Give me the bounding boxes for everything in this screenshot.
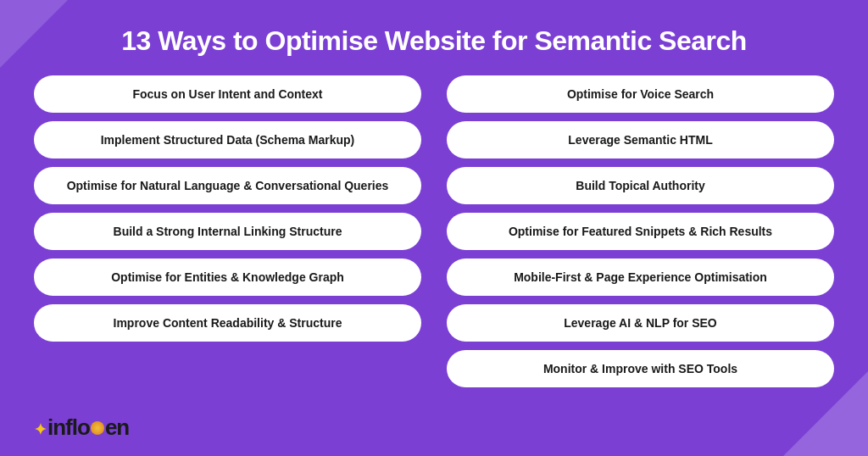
logo-circle bbox=[91, 421, 104, 435]
right-column: Optimise for Voice SearchLeverage Semant… bbox=[447, 75, 834, 387]
pill-left: Improve Content Readability & Structure bbox=[34, 304, 421, 342]
pill-right: Leverage AI & NLP for SEO bbox=[447, 304, 834, 342]
logo-star-icon: ✦ bbox=[34, 421, 46, 438]
pill-right: Build Topical Authority bbox=[447, 167, 834, 204]
pill-left: Implement Structured Data (Schema Markup… bbox=[34, 121, 421, 158]
left-column: Focus on User Intent and ContextImplemen… bbox=[34, 75, 421, 387]
content-grid: Focus on User Intent and ContextImplemen… bbox=[34, 75, 834, 387]
pill-left: Focus on User Intent and Context bbox=[34, 75, 421, 113]
pill-right: Mobile-First & Page Experience Optimisat… bbox=[447, 259, 834, 296]
page-title: 13 Ways to Optimise Website for Semantic… bbox=[34, 25, 834, 57]
pill-right: Optimise for Voice Search bbox=[447, 75, 834, 113]
pill-left: Optimise for Natural Language & Conversa… bbox=[34, 167, 421, 204]
main-container: 13 Ways to Optimise Website for Semantic… bbox=[0, 0, 868, 456]
pill-right: Optimise for Featured Snippets & Rich Re… bbox=[447, 213, 834, 250]
pill-right: Monitor & Improve with SEO Tools bbox=[447, 350, 834, 387]
pill-left: Build a Strong Internal Linking Structur… bbox=[34, 213, 421, 250]
logo: ✦infloen bbox=[34, 414, 129, 441]
pill-left: Optimise for Entities & Knowledge Graph bbox=[34, 259, 421, 296]
logo-text: ✦infloen bbox=[34, 414, 129, 441]
pill-right: Leverage Semantic HTML bbox=[447, 121, 834, 158]
